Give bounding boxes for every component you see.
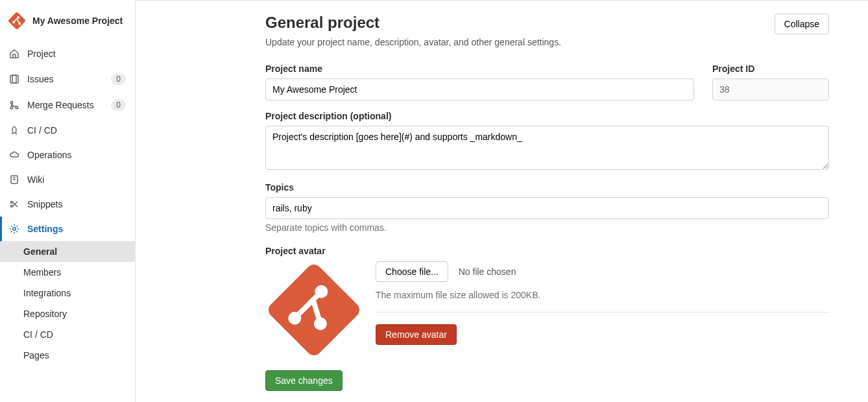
svg-point-14 [13, 228, 16, 230]
book-icon [9, 174, 19, 185]
project-title: My Awesome Project [32, 16, 123, 26]
sidebar-item-merge-requests[interactable]: Merge Requests 0 [0, 92, 135, 118]
topics-hint: Separate topics with commas. [265, 222, 829, 233]
nav-label: Issues [27, 74, 103, 84]
issue-icon [9, 74, 19, 84]
sidebar-item-project[interactable]: Project [0, 41, 135, 66]
nav-label: Settings [27, 224, 126, 234]
avatar-preview [265, 261, 363, 359]
choose-file-button[interactable]: Choose file... [376, 261, 448, 282]
sidebar-item-snippets[interactable]: Snippets [0, 192, 135, 217]
svg-point-7 [10, 106, 13, 109]
subnav-pages[interactable]: Pages [0, 345, 135, 366]
rocket-icon [9, 125, 19, 136]
avatar-label: Project avatar [265, 246, 829, 256]
save-button[interactable]: Save changes [265, 370, 343, 391]
project-id-input [712, 78, 829, 100]
project-logo-icon [8, 12, 26, 30]
svg-rect-0 [8, 12, 26, 30]
sidebar: My Awesome Project Project Issues 0 Merg… [0, 0, 136, 402]
svg-point-6 [10, 101, 13, 104]
settings-subnav: General Members Integrations Repository … [0, 241, 135, 366]
divider [376, 312, 829, 313]
merge-icon [9, 100, 19, 110]
subnav-ci-cd[interactable]: CI / CD [0, 324, 135, 345]
subnav-general[interactable]: General [0, 241, 135, 262]
sidebar-item-operations[interactable]: Operations [0, 143, 135, 167]
cloud-icon [9, 150, 19, 160]
topics-label: Topics [265, 182, 829, 193]
page-title: General project [265, 14, 561, 32]
sidebar-item-ci-cd[interactable]: CI / CD [0, 118, 135, 143]
svg-point-12 [11, 202, 13, 204]
max-size-hint: The maximum file size allowed is 200KB. [376, 290, 829, 300]
subnav-members[interactable]: Members [0, 262, 135, 283]
nav-label: Project [27, 49, 126, 59]
sidebar-nav: Project Issues 0 Merge Requests 0 CI / C… [0, 41, 135, 402]
project-id-label: Project ID [712, 64, 829, 74]
svg-rect-4 [10, 75, 16, 83]
main-content: General project Update your project name… [136, 0, 868, 402]
merge-count-badge: 0 [111, 99, 126, 111]
subnav-repository[interactable]: Repository [0, 303, 135, 324]
sidebar-item-wiki[interactable]: Wiki [0, 167, 135, 192]
description-label: Project description (optional) [265, 111, 829, 121]
project-name-input[interactable] [265, 78, 694, 100]
file-status-text: No file chosen [459, 266, 516, 277]
svg-point-13 [11, 206, 13, 207]
nav-label: Wiki [27, 174, 126, 185]
section-header: General project Update your project name… [265, 14, 829, 47]
svg-rect-5 [12, 75, 18, 83]
remove-avatar-button[interactable]: Remove avatar [376, 324, 457, 345]
topics-input[interactable] [265, 197, 829, 219]
nav-label: Snippets [27, 199, 126, 209]
sidebar-header: My Awesome Project [0, 0, 135, 41]
home-icon [9, 49, 19, 59]
description-textarea[interactable] [265, 126, 829, 170]
nav-label: Merge Requests [27, 100, 103, 110]
project-name-label: Project name [265, 64, 694, 74]
nav-label: Operations [27, 150, 126, 160]
issues-count-badge: 0 [111, 73, 126, 85]
sidebar-item-issues[interactable]: Issues 0 [0, 66, 135, 92]
gear-icon [9, 224, 19, 234]
sidebar-item-settings[interactable]: Settings [0, 217, 135, 241]
page-subtitle: Update your project name, description, a… [265, 37, 561, 47]
nav-label: CI / CD [27, 125, 126, 136]
collapse-button[interactable]: Collapse [775, 14, 829, 34]
subnav-integrations[interactable]: Integrations [0, 283, 135, 303]
scissors-icon [9, 199, 19, 209]
